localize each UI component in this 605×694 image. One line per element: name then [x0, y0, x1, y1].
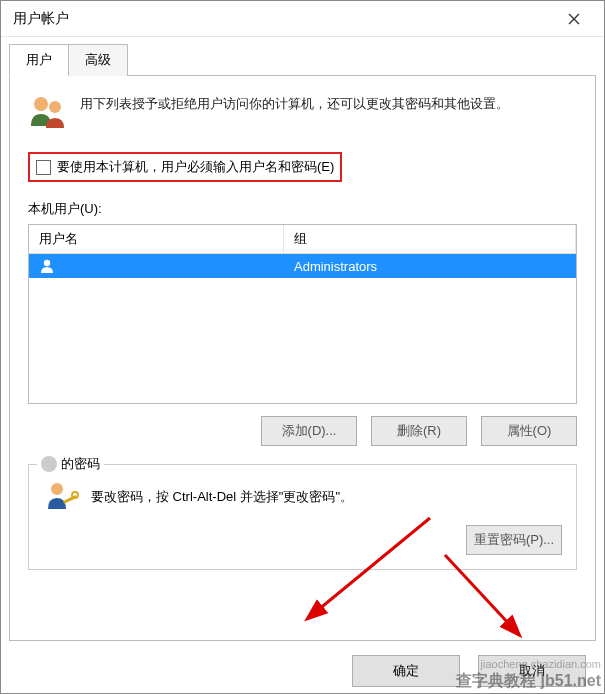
add-button[interactable]: 添加(D)... — [261, 416, 357, 446]
content-area: 用户 高级 用下列表授予或拒绝用户访问你的计算机，还可以更改其密码和其他设置。 … — [1, 37, 604, 693]
tab-users-label: 用户 — [26, 52, 52, 67]
require-login-checkbox[interactable] — [36, 160, 51, 175]
svg-point-0 — [34, 97, 48, 111]
tab-users[interactable]: 用户 — [9, 44, 69, 76]
cell-username — [29, 258, 284, 274]
local-users-label: 本机用户(U): — [28, 200, 577, 218]
users-icon — [28, 94, 68, 130]
legend-icon — [41, 456, 57, 472]
intro-row: 用下列表授予或拒绝用户访问你的计算机，还可以更改其密码和其他设置。 — [28, 94, 577, 130]
dialog-buttons: 确定 取消 — [9, 655, 596, 687]
properties-button[interactable]: 属性(O) — [481, 416, 577, 446]
require-login-row: 要使用本计算机，用户必须输入用户名和密码(E) — [28, 152, 342, 182]
svg-point-3 — [51, 483, 63, 495]
svg-point-2 — [44, 260, 50, 266]
users-panel: 用下列表授予或拒绝用户访问你的计算机，还可以更改其密码和其他设置。 要使用本计算… — [9, 76, 596, 641]
password-buttons-row: 重置密码(P)... — [43, 525, 562, 555]
table-row[interactable]: Administrators — [29, 254, 576, 278]
svg-point-5 — [72, 492, 78, 498]
col-header-group[interactable]: 组 — [284, 225, 576, 253]
tab-strip: 用户 高级 — [9, 43, 596, 76]
remove-button[interactable]: 删除(R) — [371, 416, 467, 446]
user-accounts-window: 用户帐户 用户 高级 用下列表授予或拒绝用户访问你的计算机，还可以更改其密码和其… — [0, 0, 605, 694]
close-button[interactable] — [552, 3, 596, 35]
password-legend: 的密码 — [37, 455, 104, 473]
titlebar: 用户帐户 — [1, 1, 604, 37]
window-title: 用户帐户 — [9, 10, 552, 28]
tab-advanced-label: 高级 — [85, 52, 111, 67]
list-header: 用户名 组 — [29, 225, 576, 254]
list-body: Administrators — [29, 254, 576, 403]
require-login-label: 要使用本计算机，用户必须输入用户名和密码(E) — [57, 158, 334, 176]
password-fieldset: 的密码 要改密码，按 Ctrl-Alt-Del 并选择"更改密码"。 重置密码(… — [28, 464, 577, 570]
col-header-username[interactable]: 用户名 — [29, 225, 284, 253]
password-legend-text: 的密码 — [61, 455, 100, 473]
user-buttons-row: 添加(D)... 删除(R) 属性(O) — [28, 416, 577, 446]
user-icon — [39, 258, 55, 274]
svg-rect-4 — [63, 495, 77, 504]
user-list[interactable]: 用户名 组 Administrators — [28, 224, 577, 404]
key-user-icon — [43, 479, 79, 515]
tab-advanced[interactable]: 高级 — [68, 44, 128, 76]
close-icon — [568, 13, 580, 25]
cell-group: Administrators — [284, 259, 576, 274]
intro-text: 用下列表授予或拒绝用户访问你的计算机，还可以更改其密码和其他设置。 — [80, 94, 509, 114]
ok-button[interactable]: 确定 — [352, 655, 460, 687]
svg-point-1 — [49, 101, 61, 113]
reset-password-button[interactable]: 重置密码(P)... — [466, 525, 562, 555]
password-row: 要改密码，按 Ctrl-Alt-Del 并选择"更改密码"。 — [43, 479, 562, 515]
cancel-button[interactable]: 取消 — [478, 655, 586, 687]
password-text: 要改密码，按 Ctrl-Alt-Del 并选择"更改密码"。 — [91, 488, 353, 506]
